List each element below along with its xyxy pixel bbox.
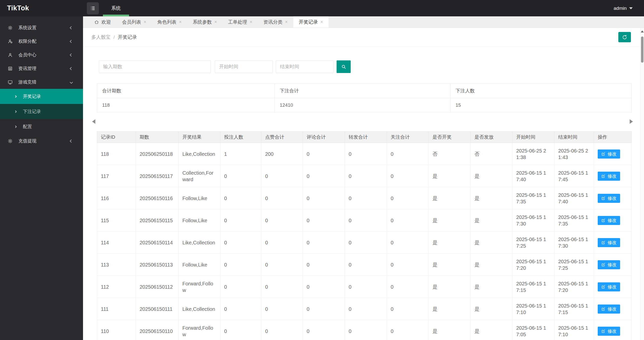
scrollbar-thumb[interactable] — [641, 36, 643, 63]
tab-member-list[interactable]: 会员列表× — [116, 16, 152, 28]
time-text: 2025-06-15 17:45 — [558, 170, 590, 183]
cell-bettors: 1 — [220, 143, 261, 165]
tab-label: 系统参数 — [193, 19, 212, 25]
tab-system-params[interactable]: 系统参数× — [187, 16, 223, 28]
filter-bar — [99, 60, 351, 73]
cell-end_time: 2025-06-15 17:15 — [554, 298, 594, 320]
tab-lottery-records[interactable]: 开奖记录× — [293, 16, 329, 28]
search-button[interactable] — [337, 60, 351, 73]
start-time-input[interactable] — [215, 60, 273, 73]
edit-button[interactable]: 修改 — [598, 260, 620, 269]
column-header-is_drawn: 是否开奖 — [429, 132, 471, 143]
cell-forwards_total: 0 — [345, 187, 387, 209]
cell-period: 202506250118 — [136, 143, 179, 165]
refresh-button[interactable] — [618, 32, 631, 42]
time-text: 2025-06-15 17:25 — [558, 258, 590, 271]
sidebar-item-permissions[interactable]: 权限分配 — [0, 34, 83, 48]
table-row: 115202506150115Follow,Like00000是是2025-06… — [97, 209, 632, 232]
chevron-left-icon — [70, 40, 73, 43]
app-logo: TikTok — [0, 4, 83, 12]
breadcrumb-section: 多人骰宝 — [91, 34, 110, 41]
table-row: 111202506150111Like,Collection00000是是202… — [97, 298, 632, 320]
cell-forwards_total: 0 — [345, 232, 387, 254]
sidebar-item-member-center[interactable]: 会员中心 — [0, 48, 83, 62]
sidebar-subitem-bet-records[interactable]: 下注记录 — [0, 104, 83, 119]
column-header-comments_total: 评论合计 — [303, 132, 345, 143]
cell-period: 202506150117 — [136, 165, 179, 187]
scroll-left-arrow[interactable] — [92, 119, 95, 124]
time-text: 2025-06-15 17:20 — [516, 258, 548, 271]
cell-action: 修改 — [594, 209, 632, 232]
hamburger-menu-button[interactable] — [87, 2, 99, 14]
cell-forwards_total: 0 — [345, 254, 387, 276]
sidebar-item-content-management[interactable]: 资讯管理 — [0, 62, 83, 75]
cell-is_released: 是 — [471, 254, 512, 276]
tab-content-categories[interactable]: 资讯分类× — [258, 16, 293, 28]
tab-work-orders[interactable]: 工单处理× — [223, 16, 258, 28]
cell-is_released: 是 — [471, 209, 512, 232]
vertical-scrollbar[interactable] — [640, 28, 644, 340]
tab-close-icon[interactable]: × — [214, 19, 217, 25]
scrollbar-up-arrow[interactable] — [641, 30, 644, 32]
cell-comments_total: 0 — [303, 320, 345, 340]
table-row: 113202506150113Follow,Like00000是是2025-06… — [97, 254, 632, 276]
cell-action: 修改 — [594, 165, 632, 187]
edit-button[interactable]: 修改 — [598, 305, 620, 314]
cell-action: 修改 — [594, 232, 632, 254]
cell-bettors: 0 — [220, 276, 261, 298]
cell-start_time: 2025-06-15 17:30 — [512, 209, 554, 232]
edit-button[interactable]: 修改 — [598, 194, 620, 203]
cell-result: Collection,Forward — [179, 165, 220, 187]
sidebar-item-system-settings[interactable]: 系统设置 — [0, 21, 83, 34]
edit-button[interactable]: 修改 — [598, 238, 620, 247]
edit-button[interactable]: 修改 — [598, 216, 620, 225]
tab-close-icon[interactable]: × — [179, 19, 182, 25]
cell-is_released: 是 — [471, 276, 512, 298]
edit-button-label: 修改 — [608, 284, 617, 290]
column-header-likes_total: 点赞合计 — [261, 132, 303, 143]
time-text: 2025-06-15 17:35 — [516, 192, 548, 205]
tab-close-icon[interactable]: × — [144, 19, 146, 25]
edit-button[interactable]: 修改 — [598, 172, 620, 181]
tab-close-icon[interactable]: × — [250, 19, 253, 25]
sidebar-item-game-betting[interactable]: 游戏竞猜 — [0, 75, 83, 89]
end-time-input[interactable] — [276, 60, 334, 73]
cell-record_id: 111 — [97, 298, 136, 320]
cell-result: Forward,Follow — [179, 320, 220, 340]
cell-bettors: 0 — [220, 254, 261, 276]
result-text: Collection,Forward — [182, 170, 216, 183]
sidebar-item-label: 资讯管理 — [18, 65, 36, 71]
tab-close-icon[interactable]: × — [320, 19, 323, 25]
edit-button[interactable]: 修改 — [598, 327, 620, 336]
cell-bettors: 0 — [220, 209, 261, 232]
time-text: 2025-06-15 17:20 — [558, 280, 590, 293]
edit-button-label: 修改 — [608, 217, 617, 223]
sidebar-item-recharge-withdraw[interactable]: 充值提现 — [0, 134, 83, 148]
cell-forwards_total: 0 — [345, 209, 387, 232]
tab-close-icon[interactable]: × — [285, 19, 288, 25]
result-text: Forward,Follow — [182, 280, 216, 293]
sidebar-subitem-label: 下注记录 — [23, 108, 41, 115]
tab-role-list[interactable]: 角色列表× — [152, 16, 187, 28]
period-input[interactable] — [99, 60, 211, 73]
sidebar-subitem-config[interactable]: 配置 — [0, 119, 83, 134]
tab-bar: 欢迎会员列表×角色列表×系统参数×工单处理×资讯分类×开奖记录× — [83, 16, 644, 28]
cell-action: 修改 — [594, 320, 632, 340]
edit-button[interactable]: 修改 — [598, 149, 620, 159]
cell-forwards_total: 0 — [345, 276, 387, 298]
time-text: 2025-06-25 21:43 — [558, 147, 590, 161]
tab-welcome[interactable]: 欢迎 — [89, 16, 116, 28]
edit-button[interactable]: 修改 — [598, 282, 620, 291]
gear-icon — [8, 138, 13, 144]
cell-end_time: 2025-06-15 17:45 — [554, 165, 594, 187]
cell-period: 202506150113 — [136, 254, 179, 276]
user-menu[interactable]: admin — [614, 6, 633, 11]
time-text: 2025-06-15 17:25 — [516, 236, 548, 249]
records-header-row: 记录ID期数开奖结果投注人数点赞合计评论合计转发合计关注合计是否开奖是否发放开始… — [97, 132, 632, 143]
scroll-right-arrow[interactable] — [630, 119, 633, 124]
main-panel: 欢迎会员列表×角色列表×系统参数×工单处理×资讯分类×开奖记录× 多人骰宝 / … — [83, 16, 644, 340]
topnav-system[interactable]: 系统 — [103, 0, 129, 16]
admin-app: TikTok 系统 admin 系统设置权限分配会员中心资讯管理游戏竞猜开奖记录… — [0, 0, 644, 340]
summary-header-cell: 下注人数 — [451, 84, 632, 98]
sidebar-subitem-lottery-records[interactable]: 开奖记录 — [0, 89, 83, 104]
